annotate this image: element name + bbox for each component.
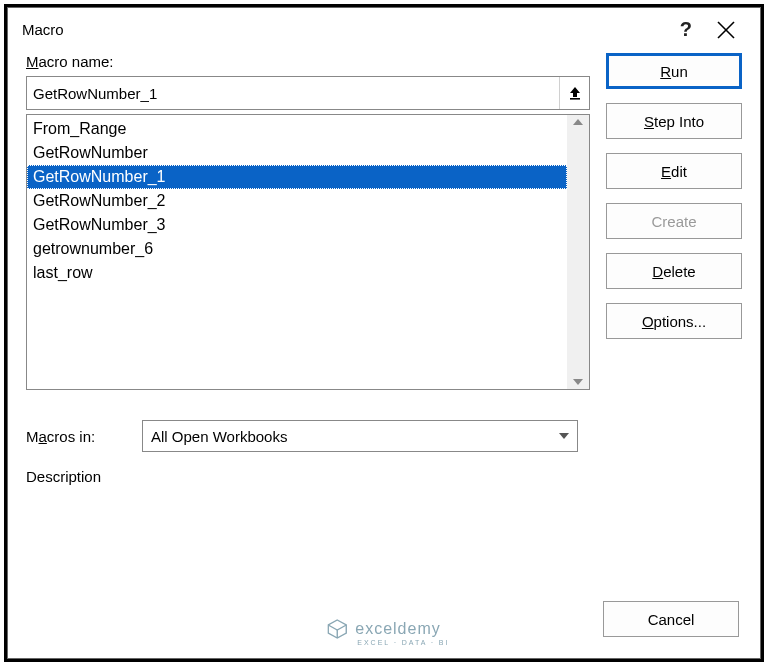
options-button[interactable]: Options... [606, 303, 742, 339]
reference-icon-button[interactable] [559, 77, 589, 109]
chevron-down-icon [559, 433, 569, 439]
step-into-button[interactable]: Step Into [606, 103, 742, 139]
svg-rect-2 [570, 98, 580, 100]
macro-list: From_RangeGetRowNumberGetRowNumber_1GetR… [26, 114, 590, 390]
create-button: Create [606, 203, 742, 239]
titlebar: Macro ? [8, 8, 760, 47]
macro-list-body[interactable]: From_RangeGetRowNumberGetRowNumber_1GetR… [27, 115, 567, 389]
list-item[interactable]: From_Range [27, 117, 567, 141]
scroll-up-icon [573, 119, 583, 125]
help-button[interactable]: ? [666, 18, 706, 41]
scroll-down-icon [573, 379, 583, 385]
list-item[interactable]: GetRowNumber_3 [27, 213, 567, 237]
list-item[interactable]: GetRowNumber_2 [27, 189, 567, 213]
dialog-title: Macro [22, 21, 666, 38]
list-item[interactable]: last_row [27, 261, 567, 285]
delete-button[interactable]: Delete [606, 253, 742, 289]
arrow-up-icon [567, 85, 583, 101]
description-label: Description [26, 468, 126, 485]
edit-button[interactable]: Edit [606, 153, 742, 189]
scrollbar[interactable] [567, 115, 589, 389]
list-item[interactable]: getrownumber_6 [27, 237, 567, 261]
cancel-button[interactable]: Cancel [603, 601, 739, 637]
macro-name-input[interactable] [27, 77, 559, 109]
list-item[interactable]: GetRowNumber_1 [27, 165, 567, 189]
macro-dialog: Macro ? Macro name: [7, 7, 761, 659]
list-item[interactable]: GetRowNumber [27, 141, 567, 165]
close-icon [716, 20, 736, 40]
close-button[interactable] [706, 20, 746, 40]
macro-name-label: Macro name: [26, 53, 590, 70]
macros-in-value: All Open Workbooks [151, 428, 287, 445]
macros-in-label: Macros in: [26, 428, 126, 445]
run-button[interactable]: Run [606, 53, 742, 89]
macro-name-row [26, 76, 590, 110]
macros-in-dropdown[interactable]: All Open Workbooks [142, 420, 578, 452]
